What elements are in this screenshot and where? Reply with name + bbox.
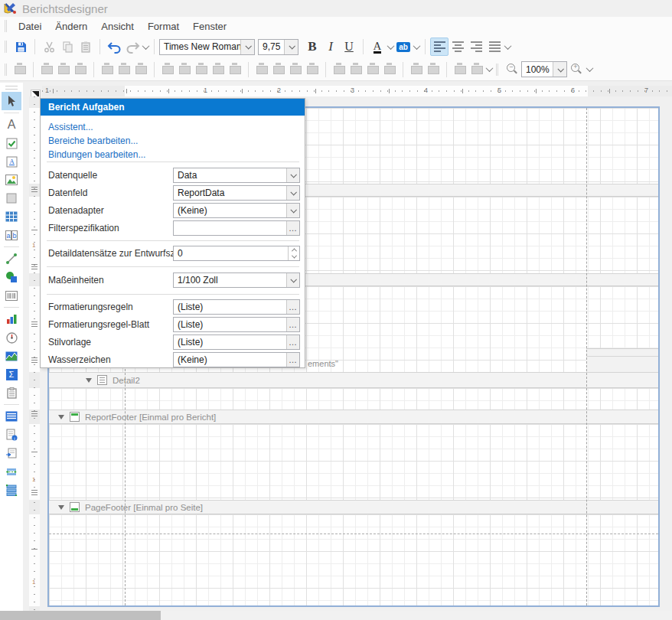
toolbox-grip[interactable] <box>5 86 18 90</box>
font-name-combo[interactable]: Times New Roman <box>159 39 255 55</box>
wasserzeichen-editor[interactable]: (Keine) … <box>173 352 300 367</box>
center-horizontally-in-form-button[interactable] <box>408 61 425 78</box>
cut-button[interactable] <box>40 38 58 56</box>
zoom-level-dropdown-icon[interactable] <box>553 62 566 77</box>
menu-aendern[interactable]: Ändern <box>48 18 94 34</box>
size-to-grid-button[interactable] <box>176 61 193 78</box>
zoom-in-button[interactable]: + <box>567 60 586 79</box>
space-down-button[interactable] <box>331 61 347 78</box>
datenfeld-dropdown[interactable]: ReportData <box>173 185 300 201</box>
send-to-back-button[interactable] <box>468 61 485 78</box>
font-name-dropdown-icon[interactable] <box>240 40 254 54</box>
bold-button[interactable]: B <box>303 38 321 56</box>
underline-button[interactable]: U <box>340 38 358 56</box>
toolbox-page-break-tool[interactable] <box>2 462 21 481</box>
align-left-button[interactable] <box>430 38 449 56</box>
band-resize-handle[interactable] <box>31 411 38 416</box>
toolbox-cross-band-box-tool[interactable] <box>2 481 21 499</box>
toolbox-page-info-tool[interactable]: i <box>2 426 21 444</box>
band-content-area[interactable] <box>49 388 658 410</box>
filter-input[interactable]: … <box>173 220 300 236</box>
band-resize-handle[interactable] <box>31 490 38 495</box>
remove-horizontal-spacing-button[interactable] <box>304 61 321 78</box>
scrollbar-thumb[interactable] <box>0 611 161 620</box>
align-centers-button[interactable] <box>55 61 72 78</box>
decrease-vertical-spacing-button[interactable] <box>364 61 381 78</box>
zoom-dropdown-chevron-icon[interactable] <box>586 60 593 79</box>
space-across-button[interactable] <box>253 61 270 78</box>
font-color-dropdown-chevron-icon[interactable] <box>387 38 394 56</box>
dropdown-chevron-icon[interactable] <box>286 273 299 287</box>
remove-vertical-spacing-button[interactable] <box>381 61 398 78</box>
align-tops-button[interactable] <box>99 61 116 78</box>
toolbox-barcode-tool[interactable] <box>2 286 21 305</box>
menu-ansicht[interactable]: Ansicht <box>94 18 141 34</box>
toolbox-table-of-contents-tool[interactable] <box>2 407 21 426</box>
center-in-square-button[interactable] <box>227 61 243 78</box>
order-dropdown-chevron-icon[interactable] <box>485 60 493 79</box>
stilvorlage-editor[interactable]: (Liste) … <box>173 334 300 350</box>
ellipsis-button[interactable]: … <box>286 318 299 331</box>
toolbox-checkbox-tool[interactable] <box>2 134 21 152</box>
zoom-level-combo[interactable]: 100% <box>521 61 567 77</box>
ellipsis-button[interactable]: … <box>286 221 299 235</box>
redo-button[interactable] <box>123 38 142 56</box>
band-header-detail2[interactable]: Detail2 <box>49 372 658 388</box>
band-resize-handle[interactable] <box>31 357 38 363</box>
zoom-out-button[interactable]: − <box>503 60 521 79</box>
band-content-area[interactable] <box>49 424 658 500</box>
menu-format[interactable]: Format <box>141 18 186 34</box>
align-right-edges-button[interactable] <box>72 61 89 78</box>
collapse-chevron-icon[interactable] <box>86 378 92 383</box>
same-width-button[interactable] <box>159 61 176 78</box>
toolbox-line-tool[interactable] <box>2 250 21 268</box>
band-content-area[interactable] <box>49 514 658 605</box>
toolbox-shape-tool[interactable] <box>2 268 21 286</box>
band-resize-handle[interactable] <box>31 264 38 269</box>
dropdown-chevron-icon[interactable] <box>286 204 299 217</box>
formatierungsregeln-editor[interactable]: (Liste) … <box>173 299 300 315</box>
edit-bands-link[interactable]: Bereiche bearbeiten... <box>48 135 138 146</box>
save-button[interactable] <box>11 38 30 56</box>
dropdown-chevron-icon[interactable] <box>286 168 299 182</box>
spin-down-icon[interactable] <box>289 253 299 260</box>
edit-bindings-link[interactable]: Bindungen bearbeiten... <box>48 149 145 160</box>
toolbar1-grip[interactable] <box>5 41 7 53</box>
highlight-color-button[interactable]: ab <box>394 38 413 56</box>
font-size-dropdown-icon[interactable] <box>284 40 298 54</box>
align-center-button[interactable] <box>449 38 467 56</box>
bring-to-front-button[interactable] <box>452 61 468 78</box>
paste-button[interactable] <box>77 38 95 56</box>
same-size-button[interactable] <box>193 61 210 78</box>
detail-count-spinner[interactable]: 0 <box>173 246 300 261</box>
undo-dropdown-chevron-icon[interactable] <box>142 38 149 56</box>
collapse-chevron-icon[interactable] <box>58 505 64 510</box>
formatierungsregel-blatt-editor[interactable]: (Liste) … <box>173 317 300 332</box>
same-height-button[interactable] <box>210 61 227 78</box>
decrease-horizontal-spacing-button[interactable] <box>287 61 304 78</box>
center-vertically-in-form-button[interactable] <box>425 61 442 78</box>
ellipsis-button[interactable]: … <box>286 300 299 314</box>
wizard-link[interactable]: Assistent... <box>48 122 93 132</box>
align-left-edges-button[interactable] <box>38 61 55 78</box>
band-resize-handle[interactable] <box>31 321 38 327</box>
ellipsis-button[interactable]: … <box>286 353 299 367</box>
horizontal-scrollbar[interactable] <box>0 611 672 620</box>
menu-datei[interactable]: Datei <box>11 18 48 34</box>
datenadapter-dropdown[interactable]: (Keine) <box>173 203 300 218</box>
band-header-reportfooter[interactable]: ReportFooter [Einmal pro Bericht] <box>49 410 658 424</box>
align-bottoms-button[interactable] <box>132 61 149 78</box>
increase-horizontal-spacing-button[interactable] <box>270 61 287 78</box>
toolbox-formula-tool[interactable]: Σ <box>2 365 21 383</box>
menu-fenster[interactable]: Fenster <box>186 18 233 34</box>
font-color-button[interactable]: A <box>368 38 387 56</box>
toolbox-picture-tool[interactable] <box>2 171 21 189</box>
spinner-buttons[interactable] <box>288 246 299 260</box>
format-painter-button[interactable] <box>11 61 28 78</box>
copy-button[interactable] <box>58 38 77 56</box>
band-header-pagefooter[interactable]: PageFooter [Einmal pro Seite] <box>49 500 658 514</box>
increase-vertical-spacing-button[interactable] <box>347 61 364 78</box>
toolbar2-grip[interactable] <box>5 64 7 76</box>
toolbox-character-comb-tool[interactable]: ab <box>2 226 21 244</box>
toolbox-pointer-tool[interactable] <box>2 92 21 110</box>
